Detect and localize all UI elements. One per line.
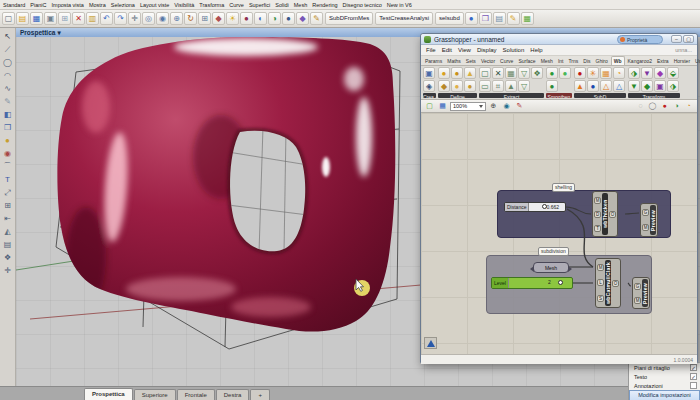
toolbar-command-button[interactable]: SubDFromMes: [325, 12, 373, 25]
ribbon-tool-icon[interactable]: ▽: [518, 80, 530, 92]
maximize-button[interactable]: ▢: [683, 35, 694, 43]
ribbon-tool-icon[interactable]: ✕: [492, 67, 504, 79]
input-port[interactable]: T: [594, 225, 601, 232]
mesh-tool-icon[interactable]: ⊞: [0, 199, 15, 212]
pan-icon[interactable]: ✛: [128, 12, 141, 25]
grasshopper-tab[interactable]: Ghiro: [594, 57, 610, 65]
ribbon-tool-icon[interactable]: ▭: [479, 80, 491, 92]
input-port[interactable]: M: [594, 197, 601, 204]
grasshopper-tab[interactable]: Extra: [655, 57, 671, 65]
shaded-mode-icon[interactable]: ●: [240, 12, 253, 25]
gh-save-icon[interactable]: ▦: [437, 101, 448, 112]
ribbon-tool-icon[interactable]: ◆: [438, 80, 450, 92]
ribbon-tool-icon[interactable]: ❖: [531, 67, 543, 79]
zoom-window-icon[interactable]: ◉: [156, 12, 169, 25]
box-tool-icon[interactable]: ❒: [479, 12, 492, 25]
plane-icon[interactable]: ◆: [212, 12, 225, 25]
ribbon-group-label[interactable]: SubD: [574, 93, 626, 98]
grasshopper-tab[interactable]: Wb: [611, 56, 625, 65]
node-name[interactable]: Preview: [650, 205, 656, 235]
ribbon-tool-icon[interactable]: ▼: [628, 80, 640, 92]
grasshopper-tab[interactable]: Int: [556, 57, 566, 65]
ribbon-tool-icon[interactable]: ●: [546, 67, 558, 79]
menu-item[interactable]: Solidi: [275, 2, 288, 8]
ribbon-tool-icon[interactable]: ●: [587, 80, 599, 92]
ribbon-tool-icon[interactable]: ▲: [574, 80, 586, 92]
visibility-icon[interactable]: ◭: [0, 225, 15, 238]
input-port[interactable]: M: [597, 264, 604, 271]
boolean-icon[interactable]: ◉: [0, 147, 15, 160]
distance-slider[interactable]: Distance 0.662: [504, 202, 566, 212]
output-port[interactable]: O: [609, 211, 616, 218]
grasshopper-titlebar[interactable]: Grasshopper - unnamed Proprietà – ▢: [421, 34, 697, 45]
ribbon-tool-icon[interactable]: ⌗: [492, 80, 504, 92]
menu-item[interactable]: Superfici: [249, 2, 270, 8]
layer-panel-icon[interactable]: ▤: [0, 238, 15, 251]
grasshopper-tab[interactable]: Dis: [581, 57, 592, 65]
menu-item[interactable]: Rendering: [312, 2, 337, 8]
grasshopper-tab[interactable]: Horster: [672, 57, 692, 65]
grasshopper-tab[interactable]: User: [693, 57, 700, 65]
ribbon-tool-icon[interactable]: ▽: [518, 67, 530, 79]
preview-wireframe-icon[interactable]: ◯: [647, 101, 658, 112]
input-port[interactable]: G: [634, 283, 641, 290]
checkbox[interactable]: [690, 382, 697, 389]
paste-icon[interactable]: ▥: [86, 12, 99, 25]
ribbon-tool-icon[interactable]: ●: [574, 67, 586, 79]
ribbon-tool-icon[interactable]: ✳: [587, 67, 599, 79]
gem-tool-icon[interactable]: ◆: [296, 12, 309, 25]
rotate-view-icon[interactable]: ↻: [184, 12, 197, 25]
minimize-button[interactable]: –: [671, 35, 682, 43]
viewport-tab[interactable]: Prospettica: [84, 388, 133, 400]
print-icon[interactable]: ▣: [44, 12, 57, 25]
grasshopper-menu-item[interactable]: Display: [477, 47, 497, 53]
grasshopper-tab[interactable]: Trns: [566, 57, 580, 65]
ribbon-tool-icon[interactable]: ▼: [641, 67, 653, 79]
cplane-grid-icon[interactable]: ⊞: [198, 12, 211, 25]
ribbon-tool-icon[interactable]: ▣: [654, 80, 666, 92]
grasshopper-menu-item[interactable]: Solution: [503, 47, 525, 53]
ribbon-tool-icon[interactable]: ▲: [505, 80, 517, 92]
group-label[interactable]: shelling: [552, 183, 575, 192]
zoom-icon[interactable]: ◎: [142, 12, 155, 25]
input-port[interactable]: G: [642, 209, 649, 216]
ribbon-tool-icon[interactable]: ⬙: [667, 67, 679, 79]
menu-item[interactable]: Disegno tecnico: [343, 2, 382, 8]
grasshopper-tab[interactable]: Vector: [479, 57, 497, 65]
grasshopper-tab[interactable]: Kangaroo2: [626, 57, 654, 65]
edit-settings-button[interactable]: Modifica impostazioni: [629, 390, 700, 400]
input-port[interactable]: S: [597, 295, 604, 302]
checkbox[interactable]: ✓: [690, 373, 697, 380]
fillet-icon[interactable]: ⌒: [0, 160, 15, 173]
menu-item[interactable]: PianiC: [30, 2, 46, 8]
slider-track[interactable]: 0.662: [529, 203, 565, 211]
ribbon-tool-icon[interactable]: ●: [438, 67, 450, 79]
ribbon-tool-icon[interactable]: ▦: [600, 67, 612, 79]
rendered-mode-icon[interactable]: ◑: [268, 12, 281, 25]
ribbon-tool-icon[interactable]: ▣: [423, 67, 435, 79]
ribbon-tool-icon[interactable]: ●: [546, 80, 558, 92]
grasshopper-tab[interactable]: Maths: [445, 57, 463, 65]
ribbon-tool-icon[interactable]: △: [613, 80, 625, 92]
arc-icon[interactable]: ◠: [0, 69, 15, 82]
preview-node[interactable]: G M Preview: [640, 203, 658, 237]
menu-item[interactable]: Curve: [229, 2, 244, 8]
viewport-tab[interactable]: Frontale: [177, 389, 215, 400]
redo-icon[interactable]: ↷: [114, 12, 127, 25]
layers-icon[interactable]: ▤: [493, 12, 506, 25]
ribbon-tool-icon[interactable]: ⬗: [667, 80, 679, 92]
surface-icon[interactable]: ◧: [0, 108, 15, 121]
undo-icon[interactable]: ↶: [100, 12, 113, 25]
lamp-icon[interactable]: ☀: [226, 12, 239, 25]
scale-icon[interactable]: ⤢: [0, 186, 15, 199]
group-icon[interactable]: ❖: [0, 251, 15, 264]
ribbon-tool-icon[interactable]: ◔: [613, 67, 625, 79]
grasshopper-menu-item[interactable]: File: [426, 47, 436, 53]
menu-item[interactable]: Mostra: [89, 2, 106, 8]
ribbon-tool-icon[interactable]: ●: [451, 67, 463, 79]
viewport-tab[interactable]: Destra: [216, 389, 250, 400]
node-name[interactable]: wbThicken: [602, 193, 608, 235]
grasshopper-tab[interactable]: Curve: [498, 57, 515, 65]
sphere-icon[interactable]: ●: [0, 134, 15, 147]
pen-tool-icon[interactable]: ✎: [310, 12, 323, 25]
